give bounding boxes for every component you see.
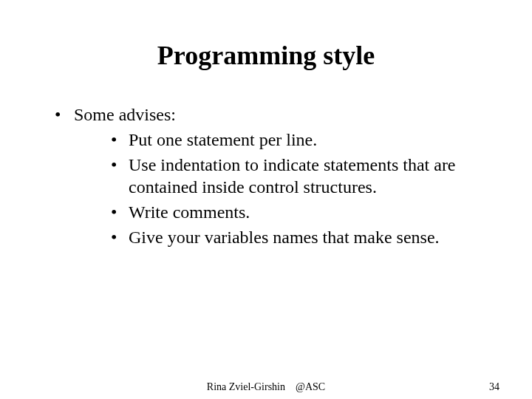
slide: Programming style Some advises: Put one …	[0, 0, 532, 399]
bullet-item: Use indentation to indicate statements t…	[44, 154, 488, 198]
bullet-item: Write comments.	[44, 201, 488, 223]
bullet-lead: Some advises:	[44, 103, 488, 126]
footer-org: @ASC	[296, 381, 325, 392]
slide-title: Programming style	[44, 40, 488, 71]
footer-author: Rina Zviel-Girshin	[207, 381, 285, 392]
bullet-item: Give your variables names that make sens…	[44, 226, 488, 248]
footer-page: 34	[489, 381, 499, 393]
footer-center: Rina Zviel-Girshin @ASC	[0, 381, 532, 393]
bullet-item: Put one statement per line.	[44, 129, 488, 151]
slide-body: Some advises: Put one statement per line…	[44, 103, 488, 248]
